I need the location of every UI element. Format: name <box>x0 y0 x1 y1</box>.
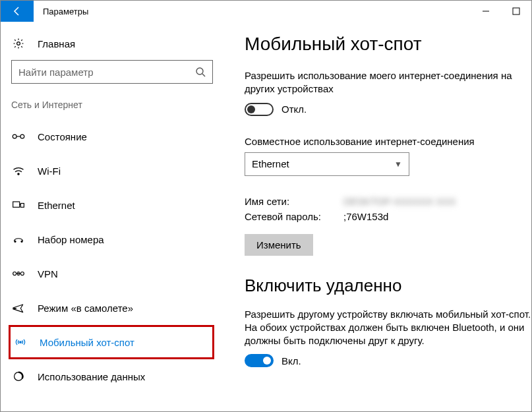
vpn-icon <box>11 268 26 279</box>
search-input[interactable] <box>12 67 189 78</box>
maximize-button[interactable] <box>501 1 531 22</box>
change-button-label: Изменить <box>256 239 301 250</box>
sidebar-item-label: Использование данных <box>38 371 145 382</box>
sidebar-item-label: Режим «в самолете» <box>38 303 133 314</box>
status-icon <box>11 131 26 142</box>
ethernet-icon <box>11 200 26 210</box>
connection-selected-value: Ethernet <box>252 158 289 169</box>
home-button[interactable]: Главная <box>6 31 220 56</box>
wifi-icon <box>11 165 26 176</box>
svg-point-14 <box>13 272 16 276</box>
sidebar-item-label: Wi-Fi <box>38 165 61 177</box>
toggle-on-icon <box>245 354 274 367</box>
change-button[interactable]: Изменить <box>245 234 313 256</box>
remote-toggle-label: Вкл. <box>281 355 301 367</box>
svg-point-15 <box>20 272 24 276</box>
search-box[interactable] <box>11 60 213 84</box>
search-icon <box>189 67 212 77</box>
svg-point-5 <box>13 134 16 138</box>
sidebar-item-ethernet[interactable]: Ethernet <box>6 188 220 222</box>
sidebar-item-label: Мобильный хот-спот <box>40 337 134 348</box>
sidebar-item-wifi[interactable]: Wi-Fi <box>6 154 220 188</box>
sidebar-item-label: VPN <box>38 268 58 280</box>
sidebar-item-label: Ethernet <box>38 200 75 211</box>
sidebar-item-label: Состояние <box>38 131 87 142</box>
svg-point-6 <box>20 134 24 138</box>
dialup-icon <box>11 234 26 245</box>
gear-icon <box>11 38 26 49</box>
toggle-off-icon <box>245 103 274 116</box>
data-usage-icon <box>11 371 26 382</box>
hotspot-icon <box>13 337 28 347</box>
connection-label: Совместное использование интернет-соедин… <box>245 136 531 147</box>
svg-rect-10 <box>20 204 24 208</box>
svg-point-17 <box>20 341 22 343</box>
remote-toggle[interactable]: Вкл. <box>245 354 531 367</box>
chevron-down-icon: ▼ <box>394 160 402 169</box>
category-header: Сеть и Интернет <box>6 100 220 119</box>
sidebar-item-datausage[interactable]: Использование данных <box>6 359 220 394</box>
svg-point-8 <box>18 173 19 175</box>
sidebar-item-hotspot[interactable]: Мобильный хот-спот <box>13 337 212 348</box>
svg-point-2 <box>17 42 20 45</box>
share-toggle[interactable]: Откл. <box>245 103 531 116</box>
airplane-icon <box>11 303 26 313</box>
sidebar-item-airplane[interactable]: Режим «в самолете» <box>6 291 220 325</box>
share-toggle-label: Откл. <box>281 103 307 115</box>
back-button[interactable] <box>1 1 34 22</box>
minimize-button[interactable] <box>471 1 501 22</box>
svg-point-13 <box>21 241 22 242</box>
network-password-value: ;76W153d <box>343 211 388 222</box>
sidebar-item-label: Набор номера <box>38 234 104 245</box>
page-title: Мобильный хот-спот <box>245 34 531 55</box>
svg-rect-1 <box>513 8 519 15</box>
share-description: Разрешить использование моего интернет-с… <box>245 69 531 96</box>
sidebar-item-vpn[interactable]: VPN <box>6 256 220 291</box>
highlighted-item: Мобильный хот-спот <box>9 325 214 359</box>
remote-section-title: Включить удаленно <box>245 276 531 296</box>
sidebar-item-status[interactable]: Состояние <box>6 119 220 154</box>
network-name-value: DESKTOP-XXXXXX XXX <box>343 196 456 207</box>
svg-point-3 <box>196 68 203 74</box>
svg-point-12 <box>15 241 16 242</box>
svg-line-4 <box>202 74 205 76</box>
sidebar-item-dialup[interactable]: Набор номера <box>6 222 220 256</box>
network-name-label: Имя сети: <box>245 196 343 207</box>
window-title: Параметры <box>34 1 471 22</box>
remote-description: Разрешить другому устройству включать мо… <box>245 308 531 348</box>
home-label: Главная <box>38 38 75 49</box>
svg-rect-9 <box>13 202 20 207</box>
network-password-label: Сетевой пароль: <box>245 211 343 222</box>
connection-dropdown[interactable]: Ethernet ▼ <box>245 152 409 176</box>
